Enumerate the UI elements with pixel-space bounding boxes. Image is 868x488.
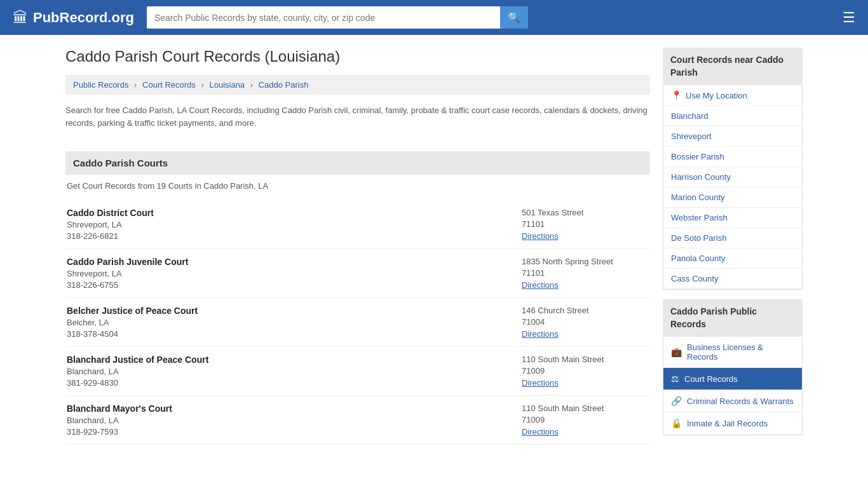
public-records-label-active: Court Records (684, 374, 738, 384)
nearby-link[interactable]: Marion County (671, 193, 794, 202)
court-location: Blanchard, LA (67, 367, 522, 376)
briefcase-icon: 💼 (671, 347, 682, 357)
nearby-link[interactable]: Shreveport (671, 132, 794, 141)
court-zip: 71009 (522, 366, 649, 376)
lock-icon: 🔒 (671, 418, 682, 428)
directions-link[interactable]: Directions (522, 378, 559, 388)
logo[interactable]: 🏛 PubRecord.org (13, 9, 134, 27)
directions-link[interactable]: Directions (522, 329, 559, 339)
logo-icon: 🏛 (13, 9, 28, 27)
directions-link[interactable]: Directions (522, 231, 559, 241)
court-street: 110 South Main Street (522, 355, 649, 364)
public-records-link[interactable]: Criminal Records & Warrants (687, 396, 794, 406)
court-street: 501 Texas Street (522, 208, 649, 217)
courts-list: Caddo District Court Shreveport, LA 318-… (65, 200, 650, 445)
breadcrumb-public-records[interactable]: Public Records (73, 80, 128, 90)
directions-link[interactable]: Directions (522, 427, 559, 437)
nearby-item[interactable]: Harrison County (663, 167, 802, 187)
use-location-label: Use My Location (686, 91, 747, 100)
location-icon: 📍 (671, 90, 682, 100)
court-name: Caddo District Court (67, 208, 522, 218)
nearby-item[interactable]: Shreveport (663, 126, 802, 147)
court-street: 1835 North Spring Street (522, 257, 649, 266)
court-phone: 318-226-6755 (67, 280, 522, 290)
court-entry: Blanchard Mayor's Court Blanchard, LA 31… (65, 396, 650, 445)
breadcrumb-caddo-parish[interactable]: Caddo Parish (259, 80, 309, 90)
nearby-item[interactable]: Blanchard (663, 106, 802, 126)
link-icon: 🔗 (671, 396, 682, 406)
court-phone: 318-226-6821 (67, 231, 522, 241)
nearby-link[interactable]: De Soto Parish (671, 233, 794, 243)
breadcrumb-louisiana[interactable]: Louisiana (209, 80, 245, 90)
court-entry: Blanchard Justice of Peace Court Blancha… (65, 347, 650, 396)
court-location: Shreveport, LA (67, 269, 522, 278)
scales-icon: ⚖ (671, 374, 679, 384)
court-name: Blanchard Justice of Peace Court (67, 355, 522, 365)
court-zip: 71009 (522, 415, 649, 424)
court-zip: 71101 (522, 268, 649, 278)
court-location: Belcher, LA (67, 318, 522, 327)
public-records-link[interactable]: Business Licenses & Records (687, 342, 794, 362)
courts-section-header: Caddo Parish Courts (65, 151, 650, 175)
court-name: Belcher Justice of Peace Court (67, 306, 522, 316)
nearby-item[interactable]: De Soto Parish (663, 228, 802, 248)
use-location-item[interactable]: 📍 Use My Location (663, 85, 802, 106)
search-button[interactable]: 🔍 (500, 6, 528, 29)
nearby-item[interactable]: Cass County (663, 269, 802, 289)
nearby-item[interactable]: Webster Parish (663, 208, 802, 228)
court-zip: 71004 (522, 317, 649, 327)
page-title: Caddo Parish Court Records (Louisiana) (65, 48, 650, 65)
public-records-item[interactable]: 💼 Business Licenses & Records (663, 337, 802, 368)
menu-button[interactable]: ☰ (843, 10, 855, 26)
search-bar: 🔍 (147, 6, 528, 29)
site-header: 🏛 PubRecord.org 🔍 ☰ (0, 0, 868, 35)
search-input[interactable] (147, 6, 500, 29)
public-records-item[interactable]: 🔒 Inmate & Jail Records (663, 412, 802, 435)
breadcrumb-court-records[interactable]: Court Records (142, 80, 196, 90)
court-phone: 318-378-4504 (67, 329, 522, 339)
main-container: Caddo Parish Court Records (Louisiana) P… (53, 35, 815, 458)
directions-link[interactable]: Directions (522, 280, 559, 290)
nearby-link[interactable]: Webster Parish (671, 213, 794, 222)
nearby-link[interactable]: Harrison County (671, 172, 794, 182)
public-records-section-title: Caddo Parish Public Records (663, 299, 803, 337)
court-location: Blanchard, LA (67, 416, 522, 425)
court-phone: 318-929-7593 (67, 427, 522, 437)
main-content: Caddo Parish Court Records (Louisiana) P… (65, 48, 650, 445)
logo-text: PubRecord.org (33, 10, 134, 26)
courts-section-subtext: Get Court Records from 19 Courts in Cadd… (65, 181, 650, 191)
court-phone: 381-929-4830 (67, 378, 522, 388)
nearby-item[interactable]: Panola County (663, 248, 802, 269)
court-name: Caddo Parish Juvenile Court (67, 257, 522, 267)
court-street: 146 Church Street (522, 306, 649, 315)
breadcrumb: Public Records › Court Records › Louisia… (65, 75, 650, 95)
court-location: Shreveport, LA (67, 220, 522, 229)
court-name: Blanchard Mayor's Court (67, 403, 522, 414)
sidebar: Court Records near Caddo Parish 📍 Use My… (663, 48, 803, 445)
court-entry: Belcher Justice of Peace Court Belcher, … (65, 298, 650, 347)
nearby-link[interactable]: Bossier Parish (671, 152, 794, 161)
public-records-item[interactable]: 🔗 Criminal Records & Warrants (663, 390, 802, 412)
court-zip: 71101 (522, 219, 649, 229)
court-entry: Caddo Parish Juvenile Court Shreveport, … (65, 249, 650, 298)
nearby-section-title: Court Records near Caddo Parish (663, 48, 803, 85)
nearby-link[interactable]: Cass County (671, 274, 794, 283)
court-street: 110 South Main Street (522, 403, 649, 413)
nearby-item[interactable]: Bossier Parish (663, 147, 802, 167)
nearby-list: 📍 Use My Location Blanchard Shreveport B… (663, 85, 803, 290)
page-description: Search for free Caddo Parish, LA Court R… (65, 104, 650, 139)
public-records-link[interactable]: Inmate & Jail Records (687, 419, 768, 428)
court-entry: Caddo District Court Shreveport, LA 318-… (65, 200, 650, 249)
nearby-link[interactable]: Blanchard (671, 111, 794, 121)
public-records-list: 💼 Business Licenses & Records ⚖ Court Re… (663, 337, 803, 435)
public-records-item-active[interactable]: ⚖ Court Records (663, 368, 802, 390)
nearby-link[interactable]: Panola County (671, 254, 794, 263)
nearby-item[interactable]: Marion County (663, 187, 802, 208)
